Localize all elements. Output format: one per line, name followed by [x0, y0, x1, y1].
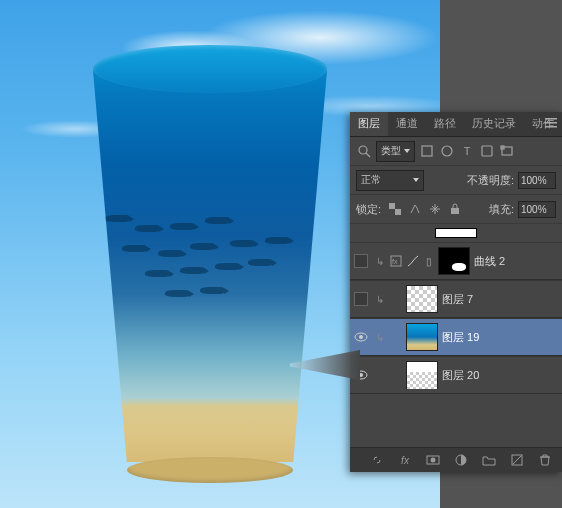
- svg-rect-7: [482, 146, 492, 156]
- adjustment-curves-icon: [406, 254, 420, 268]
- glass-composite: [80, 45, 340, 475]
- lock-row: 锁定: 填充:: [350, 195, 562, 224]
- panel-menu-icon[interactable]: [544, 116, 558, 130]
- tab-layers[interactable]: 图层: [350, 112, 388, 136]
- layer-thumbnail[interactable]: [406, 323, 438, 351]
- fx-icon[interactable]: fx: [396, 451, 414, 469]
- filter-smart-icon[interactable]: [499, 143, 515, 159]
- panel-tabs: 图层 通道 路径 历史记录 动作: [350, 112, 562, 137]
- svg-rect-2: [545, 126, 557, 128]
- visibility-toggle[interactable]: [352, 332, 370, 342]
- svg-line-4: [366, 153, 370, 157]
- filter-type-icon[interactable]: T: [459, 143, 475, 159]
- group-icon[interactable]: [480, 451, 498, 469]
- tab-history[interactable]: 历史记录: [464, 112, 524, 136]
- chevron-down-icon: [413, 178, 419, 182]
- lock-transparency-icon[interactable]: [387, 201, 403, 217]
- filter-type-dropdown[interactable]: 类型: [376, 141, 415, 162]
- search-icon[interactable]: [356, 143, 372, 159]
- layer-7[interactable]: ↳ 图层 7: [350, 280, 562, 318]
- clip-indicator-icon: ↳: [374, 294, 386, 305]
- layer-label[interactable]: 图层 19: [442, 330, 479, 345]
- layer-list: ↳ fx ▯ 曲线 2 ↳ 图层 7 ↳ 图层 19 图层 20: [350, 242, 562, 394]
- fx-indicator-icon: fx: [390, 255, 402, 267]
- lock-pixels-icon[interactable]: [407, 201, 423, 217]
- trash-icon[interactable]: [536, 451, 554, 469]
- visibility-toggle[interactable]: [354, 292, 368, 306]
- layer-20[interactable]: 图层 20: [350, 356, 562, 394]
- clip-indicator-icon: ↳: [374, 332, 386, 343]
- tab-channels[interactable]: 通道: [388, 112, 426, 136]
- svg-text:fx: fx: [392, 258, 398, 265]
- layer-curves-2[interactable]: ↳ fx ▯ 曲线 2: [350, 242, 562, 280]
- fill-label: 填充:: [489, 202, 514, 217]
- tab-paths[interactable]: 路径: [426, 112, 464, 136]
- layer-label[interactable]: 图层 7: [442, 292, 473, 307]
- filter-pixel-icon[interactable]: [419, 143, 435, 159]
- layer-label[interactable]: 曲线 2: [474, 254, 505, 269]
- opacity-label: 不透明度:: [467, 173, 514, 188]
- svg-rect-12: [451, 208, 459, 214]
- svg-rect-11: [395, 209, 401, 215]
- svg-point-16: [359, 335, 363, 339]
- fill-field[interactable]: [518, 201, 556, 218]
- link-icon: ▯: [424, 256, 434, 267]
- filter-row: 类型 T: [350, 137, 562, 166]
- blend-mode-dropdown[interactable]: 正常: [356, 170, 424, 191]
- link-layers-icon[interactable]: [368, 451, 386, 469]
- lock-position-icon[interactable]: [427, 201, 443, 217]
- svg-point-6: [442, 146, 452, 156]
- layer-label[interactable]: 图层 20: [442, 368, 479, 383]
- svg-point-20: [431, 458, 436, 463]
- new-layer-icon[interactable]: [508, 451, 526, 469]
- layer-19[interactable]: ↳ 图层 19: [350, 318, 562, 356]
- blend-row: 正常 不透明度:: [350, 166, 562, 195]
- filter-shape-icon[interactable]: [479, 143, 495, 159]
- layer-thumbnail[interactable]: [406, 361, 438, 389]
- svg-rect-5: [422, 146, 432, 156]
- mask-icon[interactable]: [424, 451, 442, 469]
- svg-rect-1: [545, 122, 557, 124]
- filter-adjustment-icon[interactable]: [439, 143, 455, 159]
- svg-rect-0: [545, 118, 557, 120]
- layer-mask-thumbnail[interactable]: [438, 247, 470, 275]
- layer-thumbnail[interactable]: [406, 285, 438, 313]
- eye-icon: [354, 332, 368, 342]
- svg-point-3: [359, 146, 367, 154]
- svg-rect-10: [389, 203, 395, 209]
- chevron-down-icon: [404, 149, 410, 153]
- panel-footer: fx: [350, 447, 562, 472]
- clip-indicator-icon: ↳: [374, 256, 386, 267]
- lock-label: 锁定:: [356, 202, 381, 217]
- lock-all-icon[interactable]: [447, 201, 463, 217]
- opacity-field[interactable]: [518, 172, 556, 189]
- layers-panel: 图层 通道 路径 历史记录 动作 类型 T 正常 不透明度: 锁定: 填充: ↳: [350, 112, 562, 472]
- adjustment-layer-icon[interactable]: [452, 451, 470, 469]
- mask-preview-bar: [435, 228, 477, 238]
- visibility-toggle[interactable]: [354, 254, 368, 268]
